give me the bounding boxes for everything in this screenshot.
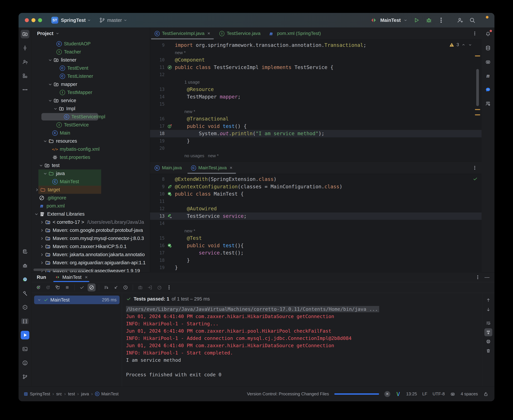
breadcrumb-maintest[interactable]: CMainTest [95,391,119,397]
tree-item-maven-com-mysql-mysql-connector-j-8-0-3[interactable]: Maven: com.mysql:mysql-connector-j:8.0.3 [31,234,150,242]
breadcrumb-springtest[interactable]: SpringTest [23,391,50,397]
export-icon[interactable] [146,284,154,292]
prev-occurrence-icon[interactable] [484,296,492,304]
print-icon[interactable] [484,338,492,345]
editor-line-9[interactable]: 9import org.springframework.transaction.… [150,42,482,49]
editor-line-19[interactable]: 19} [150,264,482,271]
breadcrumb-test[interactable]: test [68,391,75,397]
editor-line-18[interactable]: 18 } [150,257,482,264]
scroll-to-end-icon[interactable] [484,328,492,336]
leafarrow-gutter-icon[interactable] [167,213,172,219]
terminal-icon[interactable] [21,345,29,353]
tree-item-studentaop[interactable]: CStudentAOP [31,40,150,48]
breadcrumb-java[interactable]: java [81,391,89,397]
run-button[interactable] [413,17,420,23]
code-with-me-icon[interactable] [484,99,492,108]
show-passed-icon[interactable] [78,284,86,292]
editor-inlay-line[interactable]: new * [150,49,482,56]
editor-line-16[interactable]: 16 public void test(){ [150,242,482,249]
warning-stripe-mark[interactable] [475,55,480,56]
branch-name[interactable]: master [107,18,122,23]
tree-item-testserviceimpl[interactable]: CTestServiceImpl [31,113,150,121]
editor-bottom[interactable]: 8@ExtendWith(SpringExtension.class)9@Con… [150,174,482,273]
project-panel-header[interactable]: Project [31,28,150,39]
cancel-progress-icon[interactable]: ✕ [384,391,390,397]
project-badge[interactable]: ST [51,17,58,24]
editor-line-10[interactable]: 10public class MainTest { [150,190,482,198]
testleaf-gutter-icon[interactable] [167,191,172,197]
maven-tool-icon[interactable]: m [484,71,492,80]
inspection-widget[interactable]: 3 [449,42,472,47]
editor-line-15[interactable]: 15 [150,100,482,108]
build-icon[interactable] [21,289,29,298]
tree-item-mapper[interactable]: mapper [31,80,150,88]
tree-item-testservice[interactable]: ITestService [31,121,150,129]
lock-icon[interactable] [483,391,489,397]
line-ending-widget[interactable]: LF [422,391,427,397]
navigate-icon[interactable] [112,284,120,292]
rerun-icon[interactable] [34,284,42,292]
minimize-window-button[interactable] [31,18,35,22]
version-control-icon[interactable] [21,373,29,381]
pull-requests-icon[interactable] [21,58,29,66]
tree-item-mybatis-config-xml[interactable]: </>mybatis-config.xml [31,145,150,153]
add-person-icon[interactable] [457,17,463,23]
close-icon[interactable]: × [85,275,88,280]
tree-item-maven-org-apiguardian-apiguardian-api-1-1[interactable]: Maven: org.apiguardian:apiguardian-api:1… [31,259,150,267]
editor-line-12[interactable]: 12 @Autowired [150,205,482,212]
tree-item-testlistener[interactable]: CTestListener [31,72,150,80]
stop-icon[interactable] [63,284,71,292]
more-v-icon[interactable] [472,31,477,36]
next-problem-icon[interactable] [468,43,472,47]
clock-widget[interactable]: 13:25 [406,391,417,397]
tab-main-java[interactable]: CMain.java [150,162,186,174]
tree-item--gitignore[interactable]: .gitignore [31,194,150,202]
editor-top[interactable]: 3 9import org.springframework.transactio… [150,39,482,162]
tree-item-resources[interactable]: ≡resources [31,137,150,145]
more-tools-icon[interactable] [21,85,29,94]
services-icon[interactable] [21,303,29,312]
tree-item-service[interactable]: service [31,97,150,105]
ai-assistant-icon[interactable] [484,58,492,66]
tab-testservice-java[interactable]: ITestService.java [215,28,265,39]
rerun-failed-icon[interactable] [44,284,52,292]
tree-item-impl[interactable]: Impl [31,105,150,113]
zoom-window-button[interactable] [38,18,42,22]
editor-line-20[interactable]: 20 [150,145,482,152]
console-output[interactable]: /Users/eve/Library/Java/JavaVirtualMachi… [122,303,482,386]
editor-line-15[interactable]: 15 @Test [150,234,482,242]
next-occurrence-icon[interactable] [484,306,492,314]
git-branch-icon[interactable] [99,17,106,23]
run-tab-maintest[interactable]: MainTest × [53,272,89,282]
prev-problem-icon[interactable] [461,43,466,47]
problems-icon[interactable] [21,359,29,367]
more-options-icon[interactable] [475,275,480,280]
tab-testserviceimpl-java[interactable]: CTestServiceImpl.java× [150,28,215,39]
editor-line-19[interactable]: 19 } [150,137,482,145]
tree-item-pom-xml[interactable]: mpom.xml [31,202,150,210]
structure-icon[interactable] [21,71,29,80]
tree-item-maintest[interactable]: CMainTest [31,178,150,186]
sort-icon[interactable] [102,284,110,292]
editor-line-12[interactable]: 12 [150,71,482,78]
tree-item-testevent[interactable]: CTestEvent [31,64,150,72]
tree-item-target[interactable]: target [31,186,150,194]
tree-item-external-libraries[interactable]: External Libraries [31,210,150,218]
close-window-button[interactable] [25,18,29,22]
more-v-icon[interactable] [472,165,477,170]
plugin-mascot-icon[interactable] [21,275,29,284]
test-row-maintest[interactable]: MainTest295 ms [34,296,120,304]
spring-gutter-icon[interactable] [167,65,172,70]
close-icon[interactable]: × [230,165,232,171]
tab-pom-xml-springtest-[interactable]: mpom.xml (SpringTest) [265,28,326,39]
run-config-name[interactable]: MainTest [380,18,401,23]
debug-button[interactable] [426,17,432,23]
tree-item-teacher[interactable]: ITeacher [31,48,150,56]
notifications-icon[interactable] [484,30,492,38]
hide-panel-icon[interactable]: — [484,275,490,280]
tree-item-maven-com-google-protobuf-protobuf-java[interactable]: Maven: com.google.protobuf:protobuf-java [31,226,150,234]
database-icon[interactable] [21,248,29,256]
run-config-icon[interactable] [370,17,377,23]
breadcrumb-src[interactable]: src [56,391,62,397]
close-icon[interactable]: × [207,31,210,36]
